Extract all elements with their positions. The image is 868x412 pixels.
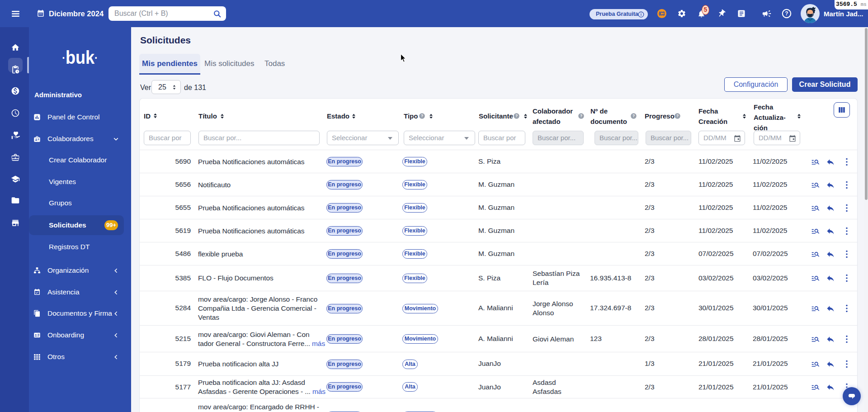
svg-text:?: ? bbox=[632, 114, 635, 118]
svg-text:?: ? bbox=[676, 114, 679, 118]
svg-text:?: ? bbox=[421, 114, 423, 118]
svg-text:?: ? bbox=[785, 10, 788, 17]
svg-text:?: ? bbox=[515, 114, 518, 118]
svg-text:?: ? bbox=[580, 114, 582, 118]
